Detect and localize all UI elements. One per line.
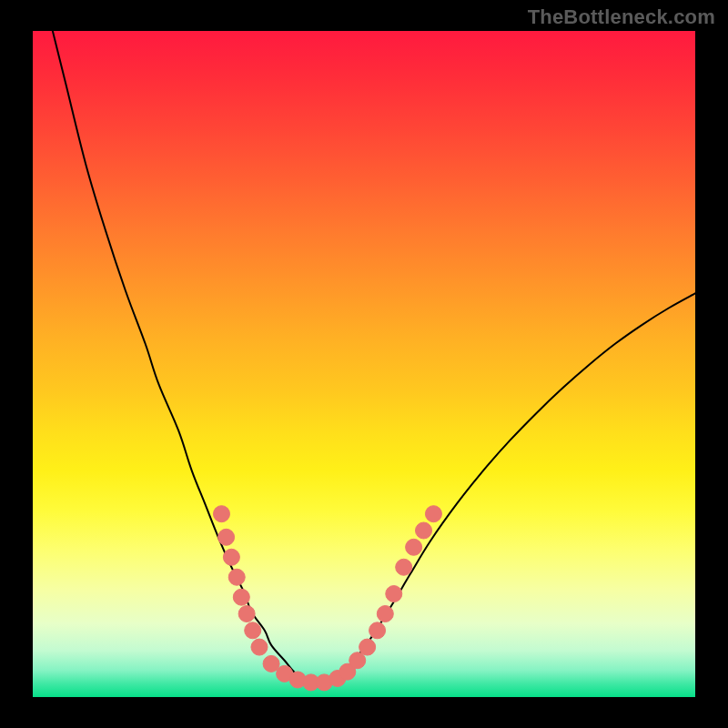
data-point — [369, 622, 386, 639]
data-point — [425, 506, 441, 522]
watermark-label: TheBottleneck.com — [528, 5, 715, 29]
chart-svg — [33, 31, 695, 697]
data-point — [406, 539, 422, 555]
data-point — [377, 606, 393, 622]
data-point — [359, 639, 376, 655]
data-point — [251, 639, 268, 655]
data-point — [238, 606, 255, 622]
plot-area — [33, 31, 695, 697]
data-point — [349, 652, 366, 669]
chart-canvas: TheBottleneck.com — [0, 0, 728, 728]
data-point — [228, 569, 245, 585]
data-point — [245, 622, 261, 639]
data-point — [218, 529, 235, 545]
bottleneck-curve — [53, 31, 695, 684]
data-point — [396, 559, 412, 575]
data-point — [233, 589, 249, 605]
scatter-dots — [213, 506, 441, 691]
data-point — [223, 549, 239, 565]
data-point — [213, 506, 229, 522]
data-point — [386, 586, 402, 602]
data-point — [416, 522, 432, 539]
